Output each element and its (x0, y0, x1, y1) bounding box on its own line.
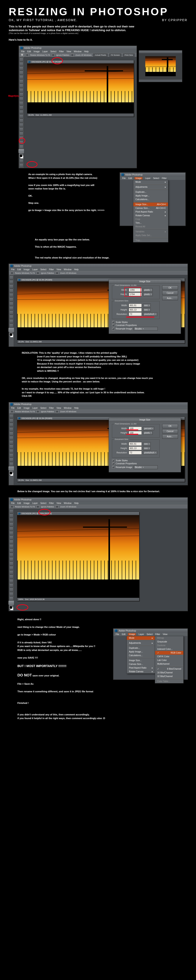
m[interactable]: Filter (155, 633, 160, 635)
cancel-button[interactable]: Cancel (162, 291, 178, 295)
m[interactable]: Select (40, 407, 46, 409)
mi-apply-image[interactable]: Apply Image... (133, 194, 168, 197)
m[interactable]: Edit (122, 633, 126, 635)
m[interactable]: View (56, 502, 61, 504)
ok-button[interactable]: OK (162, 285, 178, 290)
color-swatches[interactable] (19, 154, 23, 159)
zoom-all-checkbox[interactable] (71, 54, 73, 56)
mi-image-size[interactable]: Image Size...Alt+Ctrl+I (133, 202, 168, 206)
m[interactable]: Filter (49, 407, 54, 409)
mode-cmyk[interactable]: CMYK Color (155, 655, 183, 658)
mode-16bit[interactable]: 16 Bits/Channel (155, 671, 183, 675)
m[interactable]: Help (74, 407, 79, 409)
mode-grayscale[interactable]: Grayscale (155, 640, 183, 644)
mode-indexed[interactable]: Indexed Color... (155, 647, 183, 651)
m[interactable]: Help (74, 268, 79, 271)
tool-stamp[interactable] (19, 92, 23, 97)
m[interactable]: Select (40, 502, 46, 504)
tool-slice[interactable] (19, 80, 23, 83)
resolution-unit-select[interactable]: pixels/inch▾ (143, 312, 157, 316)
menu-view[interactable]: View (67, 50, 71, 53)
cancel-button-2[interactable]: Cancel (162, 429, 178, 434)
menu-filter-2[interactable]: Filter (162, 177, 167, 180)
mi-pixel-aspect[interactable]: Pixel Aspect Ratio▸ (133, 210, 168, 214)
m[interactable]: Filter (49, 502, 54, 504)
mode-rgb[interactable]: ✓ RGB Color (155, 651, 183, 655)
width-pct-select[interactable]: percent▾ (143, 426, 154, 430)
tool-pen[interactable] (19, 127, 23, 131)
menu-select-2[interactable]: Select (153, 177, 159, 180)
width-mm-select[interactable]: mm▾ (143, 304, 151, 307)
width-mm-input[interactable]: 801.51 (129, 304, 142, 307)
image-menu-dropdown[interactable]: Mode▸ Adjustments▸ Duplicate... Apply Im… (133, 180, 168, 242)
tool-wand[interactable] (19, 71, 23, 75)
m[interactable]: Window (64, 407, 72, 409)
height-mm-select[interactable]: mm▾ (143, 308, 151, 312)
auto-button-2[interactable]: Auto... (162, 434, 178, 439)
s[interactable]: pixels/inch▾ (143, 451, 157, 455)
m[interactable]: Layer (32, 502, 38, 504)
m[interactable]: Image (24, 268, 30, 271)
m[interactable]: Help (74, 502, 79, 504)
m[interactable]: Select (40, 268, 46, 271)
m[interactable]: View (56, 268, 61, 271)
menu-layer-2[interactable]: Layer (145, 177, 150, 180)
m[interactable]: View (56, 407, 61, 409)
image-menu-2[interactable]: Mode▸ Adjustments▸ Duplicate... Apply Im… (126, 636, 155, 674)
m[interactable]: Edit (17, 407, 21, 409)
menu-edit[interactable]: Edit (27, 50, 31, 53)
resample-method-select[interactable]: Bicubic▾ (134, 327, 158, 331)
menu-file-2[interactable]: File (122, 177, 126, 180)
actual-pixels-button[interactable]: Actual Pixels (93, 54, 108, 57)
tool-hand[interactable] (19, 145, 23, 149)
menu-edit-2[interactable]: Edit (128, 177, 132, 180)
tool-lasso[interactable] (19, 67, 23, 70)
tool-zoom[interactable] (19, 149, 24, 153)
width-unit-select[interactable]: pixels▾ (143, 288, 153, 292)
menu-image-open[interactable]: Image (135, 177, 142, 180)
screenmode-icon[interactable] (19, 163, 23, 167)
menu-image-open-2[interactable]: Image (128, 633, 136, 635)
fit-screen-button[interactable]: Fit Screen (109, 54, 121, 57)
tool-path[interactable] (19, 119, 23, 123)
menu-help[interactable]: Help (84, 50, 89, 53)
tool-gradient[interactable] (19, 106, 23, 110)
auto-button[interactable]: Auto... (162, 296, 178, 300)
menubar[interactable]: File Edit Image Layer Select Filter View… (19, 50, 137, 53)
mi-rotate-canvas[interactable]: Rotate Canvas▸ (133, 214, 168, 217)
tool-eraser[interactable] (19, 101, 23, 105)
resample-select-2[interactable]: Bicubic▾ (134, 465, 158, 469)
m[interactable]: Filter (49, 268, 54, 271)
tool-dodge[interactable] (19, 115, 23, 118)
toolbox[interactable] (19, 57, 24, 168)
resize-windows-checkbox[interactable] (26, 54, 29, 56)
m[interactable]: File (116, 633, 119, 635)
image-size-dialog-2[interactable]: Image Size Pixel Dimensions: 11.0M Width… (109, 418, 181, 473)
menu-select[interactable]: Select (50, 50, 56, 53)
tool-brush[interactable] (19, 88, 23, 92)
tool-eyedrop[interactable] (19, 140, 23, 145)
ok-button-2[interactable]: OK (162, 424, 178, 428)
m[interactable]: Select (147, 633, 153, 635)
quickmask-icon[interactable] (19, 159, 23, 163)
mode-multichannel[interactable]: Multichannel (155, 662, 183, 666)
tool-history[interactable] (19, 97, 23, 101)
mode-8bit[interactable]: ✓ 8 Bits/Channel (155, 667, 183, 671)
menu-file[interactable]: File (21, 50, 25, 53)
m[interactable]: Layer (32, 407, 38, 409)
m[interactable]: Edit (17, 502, 21, 504)
mi-calculations[interactable]: Calculations... (133, 197, 168, 201)
tool-notes[interactable] (19, 136, 23, 140)
s[interactable]: mm▾ (143, 442, 151, 446)
m[interactable]: Window (64, 268, 72, 271)
tool-move[interactable] (19, 58, 23, 62)
scale-styles-checkbox[interactable] (112, 321, 115, 323)
tool-heal[interactable] (19, 84, 23, 88)
mi-canvas-size[interactable]: Canvas Size...Alt+Ctrl+C (133, 206, 168, 210)
m[interactable]: Layer (32, 268, 38, 271)
m[interactable]: View (163, 633, 167, 635)
menu-window[interactable]: Window (74, 50, 82, 53)
menu-image[interactable]: Image (33, 50, 40, 53)
resample-checkbox[interactable] (112, 328, 115, 330)
mi-adjustments[interactable]: Adjustments▸ (133, 185, 168, 189)
